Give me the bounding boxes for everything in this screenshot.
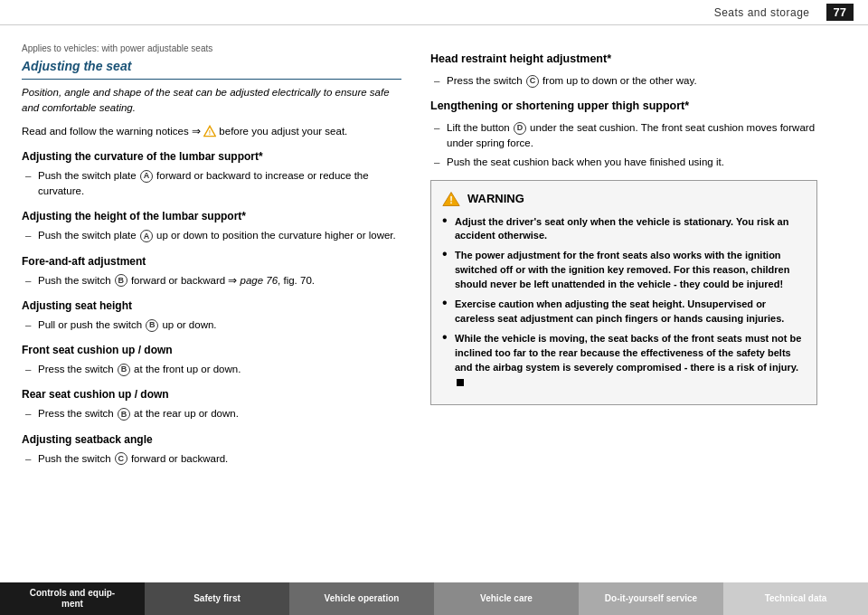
svg-text:!: !: [449, 194, 453, 205]
warning-triangle-icon: !: [442, 190, 460, 208]
list-item: – Press the switch B at the rear up or d…: [22, 406, 401, 421]
warning-bullet-1: • Adjust the driver's seat only when the…: [442, 215, 806, 244]
main-content: Applies to vehicles: with power adjustab…: [0, 25, 868, 575]
badge-c2: C: [526, 75, 539, 88]
subsection-seat-height-title: Adjusting seat height: [22, 298, 401, 314]
list-item: – Push the seat cushion back when you ha…: [430, 155, 817, 170]
badge-b4: B: [118, 408, 130, 421]
applies-to-label: Applies to vehicles: with power adjustab…: [22, 42, 401, 55]
tab-controls-equipment[interactable]: Controls and equip-ment: [0, 582, 145, 615]
tab-vehicle-operation[interactable]: Vehicle operation: [289, 582, 434, 615]
list-item: – Push the switch C forward or backward.: [22, 451, 401, 467]
page-number: 77: [826, 4, 854, 21]
subsection-lumbar-height-title: Adjusting the height of the lumbar suppo…: [22, 208, 401, 224]
warning-bullet-2: • The power adjustment for the front sea…: [442, 249, 806, 292]
subsection-seatback-title: Adjusting seatback angle: [22, 431, 401, 448]
page-header: Seats and storage 77: [0, 0, 868, 25]
left-column: Applies to vehicles: with power adjustab…: [0, 34, 416, 566]
warning-bullet-4: • While the vehicle is moving, the seat …: [442, 332, 806, 390]
right-column: Head restraint height adjustment* – Pres…: [416, 34, 832, 566]
list-item: – Push the switch B forward or backward …: [22, 273, 401, 289]
warning-box: ! WARNING • Adjust the driver's seat onl…: [430, 180, 817, 405]
list-item: – Lift the button D under the seat cushi…: [430, 120, 817, 152]
list-item: – Push the switch plate A up or down to …: [22, 228, 401, 243]
subsection-rear-cushion-title: Rear seat cushion up / down: [22, 386, 401, 402]
tab-safety-first[interactable]: Safety first: [145, 582, 289, 615]
chapter-title: Seats and storage: [714, 6, 810, 19]
footer-tabs: Controls and equip-ment Safety first Veh…: [0, 582, 868, 615]
intro-text: Position, angle and shape of the seat ca…: [22, 85, 401, 117]
list-item: – Press the switch C from up to down or …: [430, 73, 817, 89]
badge-c1: C: [115, 452, 127, 465]
head-restraint-title: Head restraint height adjustment*: [430, 51, 817, 68]
badge-b3: B: [118, 364, 130, 376]
warning-inline-text: Read and follow the warning notices ⇒ ! …: [22, 124, 401, 139]
badge-d: D: [514, 122, 526, 135]
badge-a: A: [140, 170, 153, 183]
end-marker: [457, 379, 464, 386]
warning-label: WARNING: [467, 190, 524, 208]
tab-diy-service[interactable]: Do-it-yourself service: [579, 582, 723, 615]
tab-technical-data[interactable]: Technical data: [723, 582, 868, 615]
svg-text:!: !: [209, 130, 211, 137]
tab-vehicle-care[interactable]: Vehicle care: [434, 582, 579, 615]
subsection-fore-aft-title: Fore-and-aft adjustment: [22, 253, 401, 270]
subsection-front-cushion-title: Front seat cushion up / down: [22, 342, 401, 358]
subsection-lumbar-curve-title: Adjusting the curvature of the lumbar su…: [22, 148, 401, 165]
thigh-support-title: Lengthening or shortening upper thigh su…: [430, 98, 817, 115]
badge-b1: B: [115, 274, 127, 287]
warning-header: ! WARNING: [442, 190, 806, 208]
list-item: – Push the switch plate A forward or bac…: [22, 168, 401, 200]
badge-b2: B: [146, 319, 158, 332]
section-main-title: Adjusting the seat: [22, 57, 401, 80]
list-item: – Press the switch B at the front up or …: [22, 362, 401, 377]
warning-bullet-3: • Exercise caution when adjusting the se…: [442, 298, 806, 326]
list-item: – Pull or push the switch B up or down.: [22, 317, 401, 333]
badge-a2: A: [140, 230, 153, 242]
